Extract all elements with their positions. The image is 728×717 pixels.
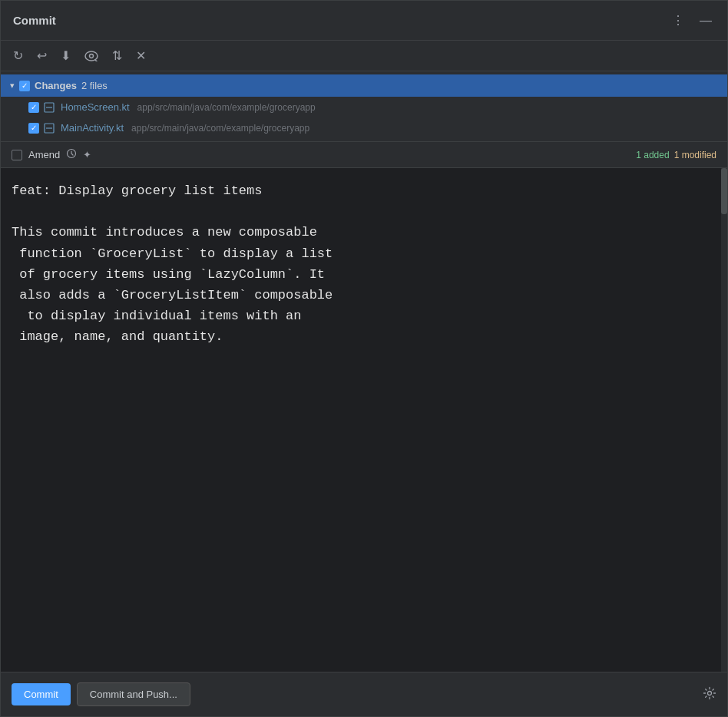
file-tree: ▾ Changes 2 files HomeScreen.kt app/src/… (1, 71, 727, 141)
file-homescreen-path: app/src/main/java/com/example/groceryapp (137, 102, 316, 113)
file-mainactivity-checkbox[interactable] (28, 123, 39, 134)
window-title: Commit (13, 14, 56, 27)
scrollbar-track (721, 168, 727, 672)
file-homescreen-name: HomeScreen.kt (61, 101, 130, 113)
file-row-mainactivity[interactable]: MainActivity.kt app/src/main/java/com/ex… (1, 117, 727, 138)
bottom-buttons: Commit Commit and Push... (12, 682, 190, 706)
svg-line-2 (95, 60, 98, 61)
svg-point-0 (85, 51, 98, 61)
commit-and-push-button[interactable]: Commit and Push... (77, 682, 190, 706)
added-badge: 1 added (636, 150, 669, 160)
toolbar: ↻ ↩ ⬇ ⇅ ✕ (1, 41, 727, 71)
commit-window: Commit ⋮ — ↻ ↩ ⬇ ⇅ ✕ ▾ Changes 2 files (0, 0, 728, 717)
scrollbar-thumb[interactable] (721, 168, 727, 214)
file-row-homescreen[interactable]: HomeScreen.kt app/src/main/java/com/exam… (1, 97, 727, 117)
amend-checkbox[interactable] (12, 150, 22, 160)
file-mainactivity-path: app/src/main/java/com/example/groceryapp (131, 123, 309, 134)
file-mainactivity-name: MainActivity.kt (61, 122, 124, 134)
title-bar-controls: ⋮ — (669, 12, 715, 29)
sort-icon[interactable]: ⇅ (111, 47, 124, 64)
more-options-button[interactable]: ⋮ (669, 12, 687, 29)
file-modified-icon (44, 102, 56, 113)
title-bar: Commit ⋮ — (1, 1, 727, 41)
changes-group-row[interactable]: ▾ Changes 2 files (1, 74, 727, 97)
bottom-bar: Commit Commit and Push... (1, 672, 727, 716)
commit-button[interactable]: Commit (12, 683, 71, 705)
sparkle-icon[interactable]: ✦ (83, 149, 91, 160)
history-icon[interactable] (66, 148, 77, 161)
amend-label[interactable]: Amend (28, 149, 60, 160)
amend-left: Amend ✦ (12, 148, 91, 161)
changes-label: Changes (35, 80, 77, 91)
amend-right: 1 added 1 modified (636, 150, 716, 160)
commit-message-textarea[interactable]: feat: Display grocery list items This co… (12, 180, 716, 659)
file-modified-icon-2 (44, 123, 56, 134)
commit-message-area: feat: Display grocery list items This co… (1, 168, 727, 672)
undo-icon[interactable]: ↩ (35, 47, 48, 64)
svg-point-1 (90, 54, 94, 58)
refresh-icon[interactable]: ↻ (12, 47, 25, 64)
close-icon[interactable]: ✕ (134, 47, 147, 64)
minimize-button[interactable]: — (697, 12, 715, 29)
settings-icon[interactable] (703, 686, 716, 703)
changes-count: 2 files (81, 80, 108, 91)
modified-badge: 1 modified (674, 150, 716, 160)
expand-chevron: ▾ (10, 81, 15, 91)
amend-row: Amend ✦ 1 added 1 modified (1, 141, 727, 168)
changes-checkbox[interactable] (19, 81, 30, 91)
eye-icon[interactable] (83, 49, 100, 63)
download-icon[interactable]: ⬇ (59, 47, 72, 64)
svg-point-8 (708, 691, 712, 695)
file-homescreen-checkbox[interactable] (28, 102, 39, 113)
